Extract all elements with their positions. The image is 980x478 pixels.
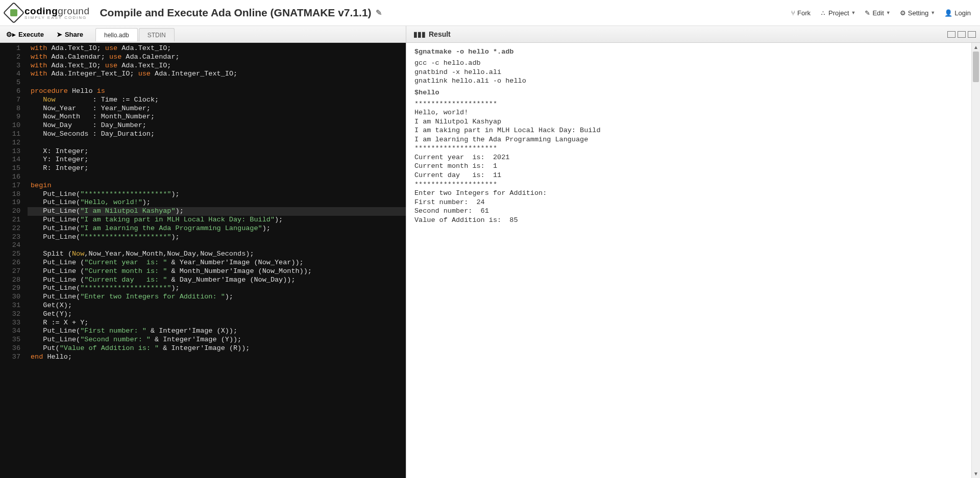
- main-area: 1234567891011121314151617181920212223242…: [0, 43, 980, 478]
- edit-menu[interactable]: ✎Edit▼: [862, 7, 893, 19]
- edit-icon: ✎: [865, 9, 870, 17]
- scroll-up-arrow[interactable]: ▲: [972, 43, 980, 52]
- logo[interactable]: codingground SIMPLY EASY CODING: [6, 5, 89, 20]
- scroll-thumb[interactable]: [973, 52, 979, 82]
- toolbar: ⚙▸Execute ➤Share hello.adb STDIN ▮▮▮ Res…: [0, 26, 980, 43]
- logo-text: codingground: [24, 6, 89, 16]
- code-content[interactable]: with Ada.Text_IO; use Ada.Text_IO;with A…: [31, 44, 406, 361]
- execute-icon: ⚙▸: [6, 31, 16, 38]
- cmd-gnatmake: $gnatmake -o hello *.adb: [414, 48, 970, 56]
- chevron-down-icon: ▼: [930, 10, 935, 15]
- code-editor[interactable]: 1234567891011121314151617181920212223242…: [0, 43, 406, 478]
- fullscreen-icon[interactable]: [968, 31, 976, 38]
- program-output: ******************** Hello, world! I am …: [414, 99, 970, 225]
- collapse-left-icon[interactable]: [947, 31, 955, 38]
- compile-output: gcc -c hello.adb gnatbind -x hello.ali g…: [414, 59, 970, 86]
- tab-stdin[interactable]: STDIN: [139, 28, 175, 41]
- share-icon: ➤: [57, 31, 62, 38]
- fork-button[interactable]: ⑂Fork: [788, 7, 814, 19]
- login-button[interactable]: 👤Login: [941, 7, 974, 19]
- line-gutter: 1234567891011121314151617181920212223242…: [0, 43, 28, 363]
- layout-controls: [947, 26, 976, 42]
- page-title: Compile and Execute Ada Online (GNATMAKE…: [100, 7, 788, 19]
- user-icon: 👤: [944, 9, 952, 17]
- edit-title-icon[interactable]: ✎: [376, 8, 382, 17]
- scroll-down-arrow[interactable]: ▼: [972, 469, 980, 478]
- top-menu: ⑂Fork ⛬Project▼ ✎Edit▼ ⚙Setting▼ 👤Login: [788, 7, 974, 19]
- chevron-down-icon: ▼: [851, 10, 856, 15]
- setting-menu[interactable]: ⚙Setting▼: [897, 7, 938, 19]
- app-header: codingground SIMPLY EASY CODING Compile …: [0, 0, 980, 26]
- fork-icon: ⑂: [791, 9, 795, 17]
- tab-hello-adb[interactable]: hello.adb: [95, 28, 138, 41]
- logo-subtext: SIMPLY EASY CODING: [24, 16, 89, 20]
- vertical-scrollbar[interactable]: ▲ ▼: [971, 43, 980, 478]
- project-menu[interactable]: ⛬Project▼: [817, 7, 859, 19]
- share-button[interactable]: ➤Share: [51, 26, 89, 42]
- logo-icon: [3, 2, 24, 23]
- gear-icon: ⚙: [900, 9, 906, 17]
- project-icon: ⛬: [820, 9, 826, 17]
- result-pane[interactable]: $gnatmake -o hello *.adb gcc -c hello.ad…: [406, 43, 980, 478]
- cmd-hello: $hello: [414, 89, 970, 96]
- result-icon: ▮▮▮: [413, 30, 426, 38]
- collapse-right-icon[interactable]: [958, 31, 966, 38]
- editor-tabs: hello.adb STDIN: [95, 28, 176, 41]
- execute-button[interactable]: ⚙▸Execute: [0, 26, 50, 42]
- chevron-down-icon: ▼: [886, 10, 891, 15]
- result-header: ▮▮▮ Result: [406, 26, 451, 42]
